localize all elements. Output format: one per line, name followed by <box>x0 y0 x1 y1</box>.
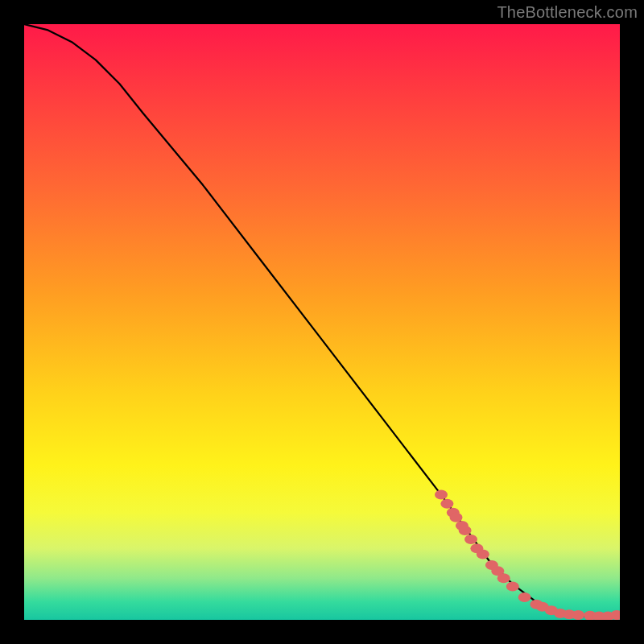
data-point-markers <box>435 490 620 620</box>
plot-area <box>24 24 620 620</box>
main-curve <box>24 24 620 617</box>
watermark-text: TheBottleneck.com <box>497 3 638 22</box>
data-point <box>440 499 453 509</box>
chart-frame: TheBottleneck.com <box>0 0 644 644</box>
data-point <box>477 550 489 559</box>
data-point <box>464 535 477 544</box>
data-point <box>497 573 510 583</box>
data-point <box>506 582 519 592</box>
data-point <box>518 592 531 602</box>
data-point <box>435 490 448 500</box>
data-point <box>459 526 472 535</box>
data-point <box>572 610 584 620</box>
data-point <box>450 513 463 522</box>
chart-overlay-svg <box>24 24 620 620</box>
